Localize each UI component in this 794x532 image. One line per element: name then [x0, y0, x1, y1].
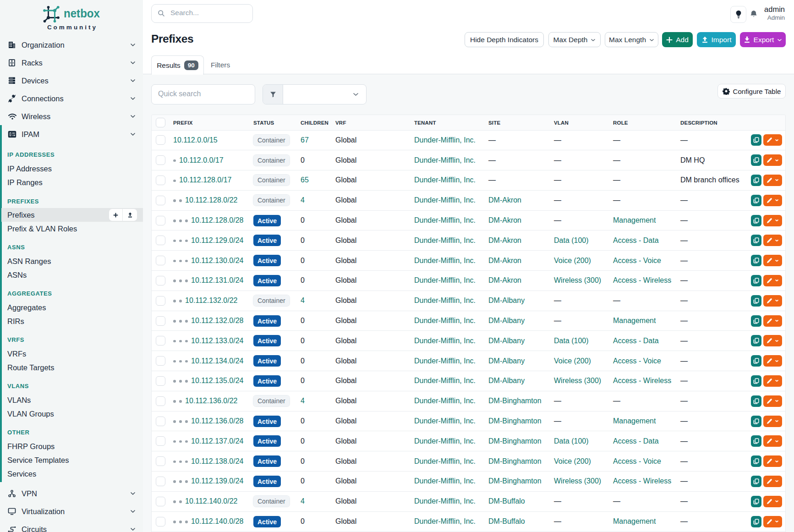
svg-text:netbox: netbox [64, 6, 100, 20]
